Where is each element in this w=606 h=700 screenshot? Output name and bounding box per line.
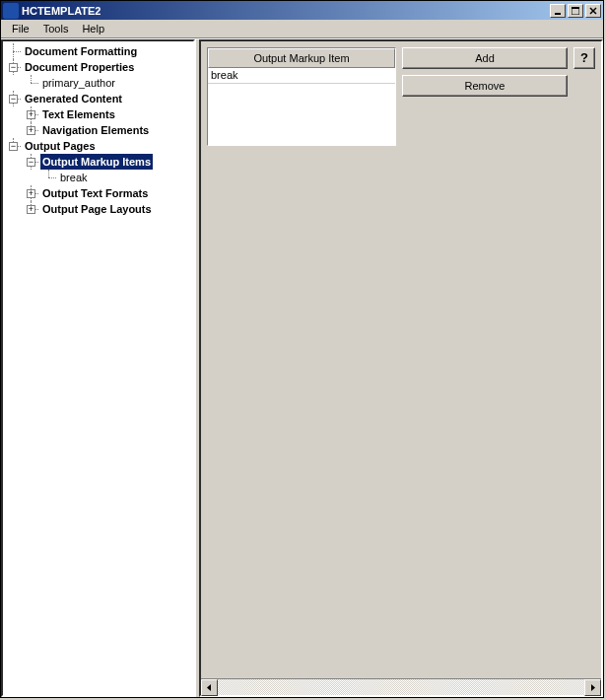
list-item[interactable]: break xyxy=(208,68,395,84)
tree-item-document-properties[interactable]: − Document Properties xyxy=(5,59,193,75)
tree-label: Text Elements xyxy=(40,106,117,122)
expand-icon[interactable]: + xyxy=(27,189,35,198)
svg-marker-5 xyxy=(207,684,211,691)
tree-connector xyxy=(40,170,58,185)
maximize-button[interactable] xyxy=(568,4,583,18)
button-column: Add ? Remove xyxy=(402,47,595,97)
tree-item-output-page-layouts[interactable]: + Output Page Layouts xyxy=(5,201,193,217)
tree-item-break[interactable]: break xyxy=(5,170,193,185)
expand-icon[interactable]: + xyxy=(27,205,35,214)
tree-label: Output Page Layouts xyxy=(40,201,154,217)
collapse-icon[interactable]: − xyxy=(9,63,18,72)
add-button[interactable]: Add xyxy=(402,47,568,69)
tree-panel[interactable]: Document Formatting − Document Propertie… xyxy=(1,39,195,697)
scroll-right-button[interactable] xyxy=(584,679,601,696)
content-inner: Output Markup Item break Add ? Remove xyxy=(201,41,601,678)
minimize-button[interactable] xyxy=(550,4,566,18)
svg-rect-0 xyxy=(555,13,561,15)
list-column-header[interactable]: Output Markup Item xyxy=(208,48,395,68)
tree-item-primary-author[interactable]: primary_author xyxy=(5,75,193,91)
tree-label: Navigation Elements xyxy=(40,122,151,138)
scroll-left-button[interactable] xyxy=(201,679,218,696)
window-title: HCTEMPLATE2 xyxy=(22,5,548,17)
menu-file[interactable]: File xyxy=(5,22,36,35)
button-row-top: Add ? xyxy=(402,47,595,69)
tree-label: break xyxy=(58,170,90,185)
tree-item-generated-content[interactable]: − Generated Content xyxy=(5,91,193,106)
collapse-icon[interactable]: − xyxy=(27,158,35,167)
tree-connector: + xyxy=(23,122,40,138)
tree-connector: − xyxy=(5,59,23,75)
tree-item-navigation-elements[interactable]: + Navigation Elements xyxy=(5,122,193,138)
title-bar: HCTEMPLATE2 xyxy=(1,1,603,20)
tree-connector: − xyxy=(5,91,23,106)
tree-label: Document Properties xyxy=(23,59,136,75)
content-panel: Output Markup Item break Add ? Remove xyxy=(199,39,603,697)
tree-item-output-text-formats[interactable]: + Output Text Formats xyxy=(5,185,193,201)
expand-icon[interactable]: + xyxy=(27,110,35,119)
window-controls xyxy=(548,4,601,18)
tree-connector: + xyxy=(23,185,40,201)
tree-label-selected: Output Markup Items xyxy=(40,154,153,170)
tree-item-output-pages[interactable]: − Output Pages xyxy=(5,138,193,154)
close-button[interactable] xyxy=(585,4,601,18)
expand-icon[interactable]: + xyxy=(27,126,35,135)
tree-label: Output Pages xyxy=(23,138,98,154)
app-icon xyxy=(3,3,19,19)
tree-label: Output Text Formats xyxy=(40,185,150,201)
horizontal-scrollbar[interactable] xyxy=(201,678,601,695)
tree-connector: − xyxy=(5,138,23,154)
application-window: HCTEMPLATE2 File Tools Help xyxy=(0,0,604,698)
tree-item-text-elements[interactable]: + Text Elements xyxy=(5,106,193,122)
tree-item-output-markup-items[interactable]: − Output Markup Items xyxy=(5,154,193,170)
tree-connector: + xyxy=(23,106,40,122)
tree-label: primary_author xyxy=(40,75,117,91)
tree-label: Generated Content xyxy=(23,91,124,106)
menu-tools[interactable]: Tools xyxy=(36,22,76,35)
tree-item-document-formatting[interactable]: Document Formatting xyxy=(5,43,193,59)
svg-rect-2 xyxy=(572,7,579,9)
help-button[interactable]: ? xyxy=(573,47,595,69)
remove-button[interactable]: Remove xyxy=(402,75,568,97)
menu-help[interactable]: Help xyxy=(75,22,111,35)
tree-label: Document Formatting xyxy=(23,43,139,59)
list-body[interactable]: break xyxy=(208,68,395,145)
scroll-track[interactable] xyxy=(218,679,584,695)
tree-connector: + xyxy=(23,201,40,217)
collapse-icon[interactable]: − xyxy=(9,142,18,151)
tree-view: Document Formatting − Document Propertie… xyxy=(5,43,193,217)
main-area: Document Formatting − Document Propertie… xyxy=(1,38,603,697)
tree-connector: − xyxy=(23,154,40,170)
tree-connector xyxy=(23,75,40,91)
tree-connector xyxy=(5,43,23,59)
collapse-icon[interactable]: − xyxy=(9,95,18,104)
output-markup-list: Output Markup Item break xyxy=(207,47,396,146)
menu-bar: File Tools Help xyxy=(1,20,603,38)
svg-marker-6 xyxy=(591,684,595,691)
